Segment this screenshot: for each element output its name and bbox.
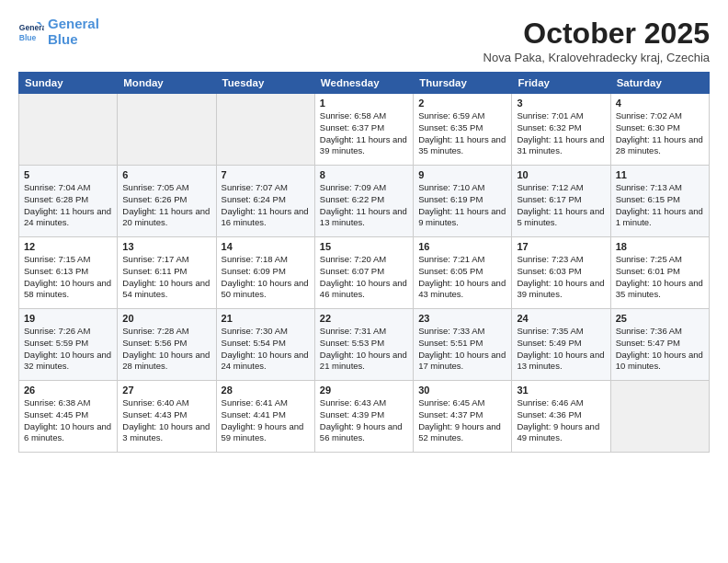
weekday-header-saturday: Saturday: [610, 73, 709, 94]
day-number: 13: [122, 241, 210, 252]
daylight-hours: Daylight: 11 hours and 28 minutes.: [616, 134, 704, 158]
day-number: 25: [616, 313, 704, 324]
daylight-hours: Daylight: 9 hours and 49 minutes.: [517, 421, 605, 445]
calendar-cell: 13Sunrise: 7:17 AMSunset: 6:11 PMDayligh…: [118, 237, 216, 309]
calendar-cell: [19, 94, 118, 166]
sunrise-info: Sunrise: 7:28 AM: [122, 326, 210, 338]
sunset-info: Sunset: 6:05 PM: [418, 266, 506, 278]
day-number: 4: [616, 98, 704, 109]
day-number: 14: [222, 241, 310, 252]
sunrise-info: Sunrise: 6:58 AM: [320, 110, 408, 122]
day-number: 28: [222, 385, 310, 396]
day-number: 6: [122, 169, 210, 180]
calendar-cell: [610, 381, 709, 453]
day-number: 22: [320, 313, 408, 324]
sunset-info: Sunset: 6:15 PM: [616, 194, 704, 206]
logo: General Blue General Blue: [18, 17, 99, 47]
sunset-info: Sunset: 6:22 PM: [320, 194, 408, 206]
weekday-header-thursday: Thursday: [414, 73, 512, 94]
title-section: October 2025 Nova Paka, Kralovehradecky …: [483, 17, 710, 64]
sunrise-info: Sunrise: 7:25 AM: [616, 254, 704, 266]
calendar-cell: 4Sunrise: 7:02 AMSunset: 6:30 PMDaylight…: [610, 94, 709, 166]
sunrise-info: Sunrise: 7:04 AM: [24, 182, 112, 194]
sunset-info: Sunset: 6:26 PM: [122, 194, 210, 206]
logo-general: General: [48, 16, 99, 31]
header: General Blue General Blue October 2025 N…: [18, 17, 710, 64]
calendar-cell: 22Sunrise: 7:31 AMSunset: 5:53 PMDayligh…: [314, 309, 413, 381]
calendar-cell: 21Sunrise: 7:30 AMSunset: 5:54 PMDayligh…: [216, 309, 314, 381]
logo-text: General Blue: [48, 17, 99, 47]
daylight-hours: Daylight: 10 hours and 21 minutes.: [320, 350, 408, 373]
sunrise-info: Sunrise: 6:40 AM: [122, 397, 210, 409]
calendar-cell: 18Sunrise: 7:25 AMSunset: 6:01 PMDayligh…: [610, 237, 709, 309]
day-number: 20: [122, 313, 210, 324]
daylight-hours: Daylight: 11 hours and 24 minutes.: [24, 206, 112, 230]
calendar-cell: 25Sunrise: 7:36 AMSunset: 5:47 PMDayligh…: [610, 309, 709, 381]
logo-icon: General Blue: [18, 19, 44, 45]
sunrise-info: Sunrise: 7:30 AM: [222, 326, 310, 338]
sunrise-info: Sunrise: 6:46 AM: [517, 397, 605, 409]
sunset-info: Sunset: 5:54 PM: [222, 338, 310, 350]
daylight-hours: Daylight: 11 hours and 35 minutes.: [418, 134, 506, 158]
sunset-info: Sunset: 6:03 PM: [517, 266, 605, 278]
calendar-cell: 11Sunrise: 7:13 AMSunset: 6:15 PMDayligh…: [610, 166, 709, 237]
day-number: 29: [320, 385, 408, 396]
daylight-hours: Daylight: 11 hours and 13 minutes.: [320, 206, 408, 230]
daylight-hours: Daylight: 10 hours and 50 minutes.: [222, 278, 310, 302]
sunset-info: Sunset: 4:37 PM: [418, 409, 506, 421]
day-number: 8: [320, 169, 408, 180]
weekday-header-tuesday: Tuesday: [216, 73, 314, 94]
week-row-5: 26Sunrise: 6:38 AMSunset: 4:45 PMDayligh…: [19, 381, 710, 453]
sunrise-info: Sunrise: 6:45 AM: [418, 397, 506, 409]
sunset-info: Sunset: 6:37 PM: [320, 122, 408, 134]
daylight-hours: Daylight: 10 hours and 28 minutes.: [122, 350, 210, 373]
calendar-cell: 9Sunrise: 7:10 AMSunset: 6:19 PMDaylight…: [414, 166, 512, 237]
sunset-info: Sunset: 5:59 PM: [24, 338, 112, 350]
calendar-cell: 20Sunrise: 7:28 AMSunset: 5:56 PMDayligh…: [118, 309, 216, 381]
day-number: 15: [320, 241, 408, 252]
week-row-3: 12Sunrise: 7:15 AMSunset: 6:13 PMDayligh…: [19, 237, 710, 309]
day-number: 5: [24, 169, 112, 180]
day-number: 1: [320, 98, 408, 109]
calendar-cell: [216, 94, 314, 166]
week-row-1: 1Sunrise: 6:58 AMSunset: 6:37 PMDaylight…: [19, 94, 710, 166]
day-number: 26: [24, 385, 112, 396]
sunrise-info: Sunrise: 7:07 AM: [222, 182, 310, 194]
daylight-hours: Daylight: 11 hours and 1 minute.: [616, 206, 704, 230]
sunset-info: Sunset: 6:07 PM: [320, 266, 408, 278]
day-number: 17: [517, 241, 605, 252]
calendar-cell: 10Sunrise: 7:12 AMSunset: 6:17 PMDayligh…: [512, 166, 610, 237]
calendar-cell: 19Sunrise: 7:26 AMSunset: 5:59 PMDayligh…: [19, 309, 118, 381]
sunrise-info: Sunrise: 7:18 AM: [222, 254, 310, 266]
sunset-info: Sunset: 5:49 PM: [517, 338, 605, 350]
sunrise-info: Sunrise: 7:15 AM: [24, 254, 112, 266]
daylight-hours: Daylight: 10 hours and 54 minutes.: [122, 278, 210, 302]
sunset-info: Sunset: 5:53 PM: [320, 338, 408, 350]
sunrise-info: Sunrise: 7:09 AM: [320, 182, 408, 194]
sunset-info: Sunset: 5:51 PM: [418, 338, 506, 350]
sunset-info: Sunset: 6:30 PM: [616, 122, 704, 134]
daylight-hours: Daylight: 9 hours and 56 minutes.: [320, 421, 408, 445]
sunset-info: Sunset: 6:13 PM: [24, 266, 112, 278]
calendar-cell: 26Sunrise: 6:38 AMSunset: 4:45 PMDayligh…: [19, 381, 118, 453]
daylight-hours: Daylight: 11 hours and 31 minutes.: [517, 134, 605, 158]
sunset-info: Sunset: 6:19 PM: [418, 194, 506, 206]
day-number: 7: [222, 169, 310, 180]
calendar-cell: 28Sunrise: 6:41 AMSunset: 4:41 PMDayligh…: [216, 381, 314, 453]
calendar-cell: 7Sunrise: 7:07 AMSunset: 6:24 PMDaylight…: [216, 166, 314, 237]
sunset-info: Sunset: 5:56 PM: [122, 338, 210, 350]
daylight-hours: Daylight: 10 hours and 17 minutes.: [418, 350, 506, 373]
sunrise-info: Sunrise: 7:12 AM: [517, 182, 605, 194]
daylight-hours: Daylight: 10 hours and 3 minutes.: [122, 421, 210, 445]
daylight-hours: Daylight: 11 hours and 5 minutes.: [517, 206, 605, 230]
sunset-info: Sunset: 6:35 PM: [418, 122, 506, 134]
daylight-hours: Daylight: 11 hours and 9 minutes.: [418, 206, 506, 230]
daylight-hours: Daylight: 9 hours and 59 minutes.: [222, 421, 310, 445]
calendar-cell: 12Sunrise: 7:15 AMSunset: 6:13 PMDayligh…: [19, 237, 118, 309]
sunrise-info: Sunrise: 7:23 AM: [517, 254, 605, 266]
calendar-cell: 31Sunrise: 6:46 AMSunset: 4:36 PMDayligh…: [512, 381, 610, 453]
sunrise-info: Sunrise: 7:35 AM: [517, 326, 605, 338]
calendar-cell: 29Sunrise: 6:43 AMSunset: 4:39 PMDayligh…: [314, 381, 413, 453]
calendar-cell: 27Sunrise: 6:40 AMSunset: 4:43 PMDayligh…: [118, 381, 216, 453]
weekday-header-row: SundayMondayTuesdayWednesdayThursdayFrid…: [19, 73, 710, 94]
